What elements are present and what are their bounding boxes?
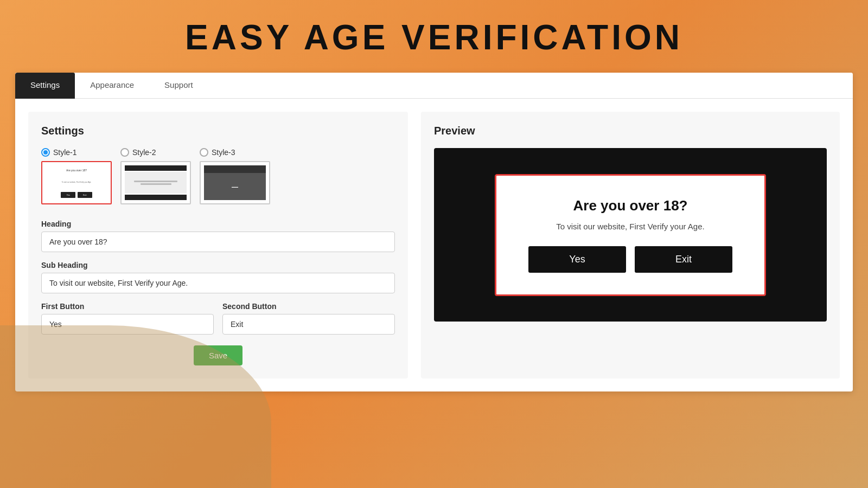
first-button-label: First Button [41,302,214,311]
style-radio-3 [200,148,208,157]
style-option-2[interactable]: Style-2 [120,148,191,204]
style-label-1: Style-1 [53,148,77,157]
preview-panel: Preview Are you over 18? To visit our we… [421,112,840,378]
subheading-label: Sub Heading [41,261,395,269]
style-preview-2 [120,161,191,204]
subheading-input[interactable] [41,273,395,293]
save-button[interactable]: Save [194,345,242,365]
first-button-group: First Button [41,302,214,335]
tab-support[interactable]: Support [149,73,208,99]
subheading-group: Sub Heading [41,261,395,293]
second-button-input[interactable] [222,314,395,335]
modal-buttons: Yes Exit [524,246,737,273]
settings-panel-title: Settings [41,125,395,137]
tabs-bar: Settings Appearance Support [15,73,853,99]
preview-modal: Are you over 18? To visit our website, F… [495,174,766,296]
settings-panel: Settings Style-1 Are you over 18? To vis… [28,112,408,378]
style-option-1[interactable]: Style-1 Are you over 18? To visit our we… [41,148,112,204]
modal-yes-button[interactable]: Yes [528,246,626,273]
style-preview-3: ▬▬▬ [200,161,270,204]
style-label-2: Style-2 [132,148,156,157]
modal-exit-button[interactable]: Exit [635,246,732,273]
second-button-group: Second Button [222,302,395,335]
button-fields-row: First Button Second Button [41,302,395,335]
preview-stage: Are you over 18? To visit our website, F… [434,148,827,322]
content-area: Settings Style-1 Are you over 18? To vis… [15,99,853,391]
page-title: EASY AGE VERIFICATION [0,0,868,73]
style-preview-1: Are you over 18? To visit our website, F… [41,161,112,204]
first-button-input[interactable] [41,314,214,335]
heading-label: Heading [41,220,395,228]
main-card: Settings Appearance Support Settings Sty… [15,73,853,391]
tab-appearance[interactable]: Appearance [75,73,149,99]
heading-group: Heading [41,220,395,252]
heading-input[interactable] [41,232,395,252]
modal-heading: Are you over 18? [524,197,737,214]
style-selector: Style-1 Are you over 18? To visit our we… [41,148,395,204]
style-radio-2 [120,148,129,157]
style-option-3[interactable]: Style-3 ▬▬▬ [200,148,270,204]
style-radio-1 [41,148,50,157]
second-button-label: Second Button [222,302,395,311]
style-label-3: Style-3 [212,148,235,157]
modal-subheading: To visit our website, First Verify your … [524,222,737,231]
tab-settings[interactable]: Settings [15,73,75,99]
preview-panel-title: Preview [434,125,827,137]
